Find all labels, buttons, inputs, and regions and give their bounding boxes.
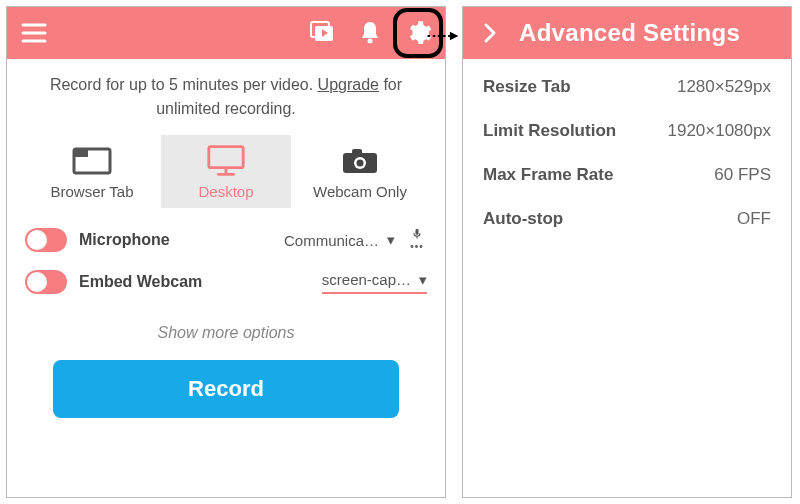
source-desktop[interactable]: Desktop <box>161 135 291 208</box>
settings-list: Resize Tab 1280×529px Limit Resolution 1… <box>463 59 791 247</box>
promo-prefix: Record for up to 5 minutes per video. <box>50 76 318 93</box>
webcam-selector[interactable]: screen-cap… ▾ <box>322 271 427 294</box>
chevron-down-icon: ▾ <box>419 271 427 289</box>
setting-max-frame-rate[interactable]: Max Frame Rate 60 FPS <box>483 165 771 185</box>
source-webcam-only[interactable]: Webcam Only <box>295 135 425 208</box>
setting-label: Auto-stop <box>483 209 563 229</box>
record-button[interactable]: Record <box>53 360 399 418</box>
webcam-row: Embed Webcam screen-cap… ▾ <box>25 270 427 294</box>
setting-value: OFF <box>737 209 771 229</box>
setting-resize-tab[interactable]: Resize Tab 1280×529px <box>483 77 771 97</box>
source-selector: Browser Tab Desktop Webcam Only <box>25 135 427 208</box>
setting-auto-stop[interactable]: Auto-stop OFF <box>483 209 771 229</box>
upgrade-link[interactable]: Upgrade <box>318 76 379 93</box>
webcam-toggle[interactable] <box>25 270 67 294</box>
source-webcam-only-label: Webcam Only <box>313 183 407 200</box>
menu-icon[interactable] <box>19 18 49 48</box>
microphone-label: Microphone <box>79 231 179 249</box>
microphone-row: Microphone Communica… ▾ ••• <box>25 228 427 252</box>
microphone-toggle[interactable] <box>25 228 67 252</box>
svg-rect-16 <box>416 229 419 235</box>
webcam-label: Embed Webcam <box>79 273 202 291</box>
source-browser-tab-label: Browser Tab <box>50 183 133 200</box>
svg-rect-9 <box>209 147 243 168</box>
highlight-ring <box>393 8 443 58</box>
webcam-value: screen-cap… <box>322 271 411 288</box>
promo-text: Record for up to 5 minutes per video. Up… <box>25 73 427 121</box>
microphone-selector[interactable]: Communica… ▾ <box>284 231 395 249</box>
desktop-icon <box>205 145 247 177</box>
advanced-settings-panel: Advanced Settings Resize Tab 1280×529px … <box>462 6 792 498</box>
chevron-right-icon[interactable] <box>475 18 505 48</box>
library-icon[interactable] <box>307 18 337 48</box>
setting-value: 1920×1080px <box>667 121 771 141</box>
camera-icon <box>339 145 381 177</box>
show-more-options[interactable]: Show more options <box>25 324 427 342</box>
setting-limit-resolution[interactable]: Limit Resolution 1920×1080px <box>483 121 771 141</box>
source-browser-tab[interactable]: Browser Tab <box>27 135 157 208</box>
setting-label: Limit Resolution <box>483 121 616 141</box>
main-header <box>7 7 445 59</box>
setting-label: Max Frame Rate <box>483 165 613 185</box>
svg-rect-8 <box>74 149 88 157</box>
setting-value: 60 FPS <box>714 165 771 185</box>
microphone-value: Communica… <box>284 232 379 249</box>
chevron-down-icon: ▾ <box>387 231 395 249</box>
setting-label: Resize Tab <box>483 77 571 97</box>
setting-value: 1280×529px <box>677 77 771 97</box>
svg-point-15 <box>357 160 364 167</box>
main-panel: Record for up to 5 minutes per video. Up… <box>6 6 446 498</box>
source-desktop-label: Desktop <box>198 183 253 200</box>
advanced-header: Advanced Settings <box>463 7 791 59</box>
bell-icon[interactable] <box>355 18 385 48</box>
mic-level-icon[interactable]: ••• <box>407 228 427 252</box>
advanced-settings-title: Advanced Settings <box>519 19 740 47</box>
svg-rect-13 <box>352 149 362 155</box>
svg-point-6 <box>368 39 373 44</box>
settings-icon[interactable] <box>403 18 433 48</box>
browser-tab-icon <box>71 145 113 177</box>
